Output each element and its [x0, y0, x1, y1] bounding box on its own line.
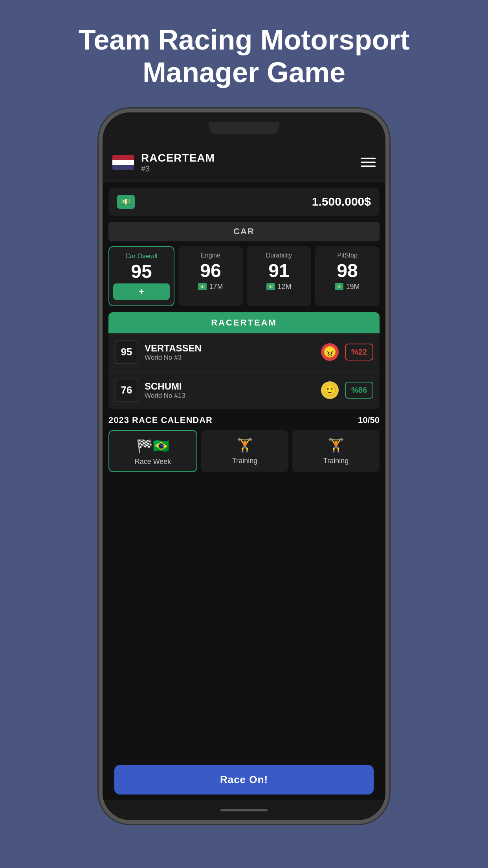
calendar-item-training-2[interactable]: 🏋️ Training	[292, 430, 380, 472]
driver-rank-schumi: World No #13	[145, 392, 315, 400]
car-stats-row: Car Overall 95 + Engine 96 💵17M Durabili…	[108, 246, 380, 306]
training-1-icon: 🏋️	[237, 437, 253, 453]
training-2-label: Training	[323, 457, 349, 465]
stat-card-overall: Car Overall 95 +	[108, 246, 174, 306]
mood-icon-bad: 😠	[321, 343, 339, 361]
upgrade-button[interactable]: +	[113, 283, 170, 300]
team-number: #3	[141, 164, 215, 173]
calendar-item-race-week[interactable]: 🏁🇧🇷 Race Week	[108, 430, 197, 472]
team-info: RACERTEAM #3	[141, 152, 215, 173]
race-week-label: Race Week	[135, 458, 171, 466]
mood-icon-good: 🙂	[321, 381, 339, 399]
driver-row-schumi[interactable]: 76 SCHUMI World No #13 🙂 %86	[108, 371, 380, 409]
flag-usa	[112, 155, 134, 170]
stat-label-engine: Engine	[201, 252, 220, 259]
team-section: RACERTEAM 95 VERTASSEN World No #3 😠 %22…	[108, 312, 380, 409]
race-week-icon: 🏁🇧🇷	[136, 438, 169, 454]
stat-card-durability: Durability 91 💵12M	[247, 246, 311, 306]
driver-name-vertassen: VERTASSEN	[145, 343, 315, 354]
phone-bottom-bar	[103, 800, 385, 820]
engine-cost: 💵17M	[198, 283, 223, 291]
stat-value-durability: 91	[268, 261, 289, 280]
phone-frame: RACERTEAM #3 💵 1.500.000$ CAR Car Overal…	[99, 108, 389, 824]
stat-value-overall: 95	[131, 262, 152, 281]
team-name: RACERTEAM	[141, 152, 215, 164]
title-line1: Team Racing Motorsport	[79, 24, 410, 55]
stat-label-overall: Car Overall	[126, 252, 158, 260]
calendar-items-row: 🏁🇧🇷 Race Week 🏋️ Training 🏋️ Training	[108, 430, 380, 472]
calendar-section: 2023 RACE CALENDAR 10/50 🏁🇧🇷 Race Week 🏋…	[108, 415, 380, 472]
app-header: RACERTEAM #3	[103, 144, 385, 182]
stat-label-pitstop: PitStop	[337, 252, 358, 259]
driver-info-schumi: SCHUMI World No #13	[145, 381, 315, 400]
driver-rating-vertassen: 95	[115, 340, 138, 364]
training-1-label: Training	[232, 457, 257, 465]
calendar-title: 2023 RACE CALENDAR	[108, 415, 213, 425]
stat-card-engine: Engine 96 💵17M	[178, 246, 243, 306]
calendar-header: 2023 RACE CALENDAR 10/50	[108, 415, 380, 425]
calendar-item-training-1[interactable]: 🏋️ Training	[201, 430, 288, 472]
money-icon: 💵	[117, 195, 135, 209]
stat-value-pitstop: 98	[337, 261, 358, 280]
race-on-button[interactable]: Race On!	[114, 765, 374, 794]
driver-row-vertassen[interactable]: 95 VERTASSEN World No #3 😠 %22	[108, 333, 380, 371]
bottom-bar: Race On!	[108, 759, 380, 800]
pitstop-cost: 💵19M	[335, 283, 360, 291]
driver-info-vertassen: VERTASSEN World No #3	[145, 343, 315, 362]
phone-screen: RACERTEAM #3 💵 1.500.000$ CAR Car Overal…	[103, 144, 385, 800]
driver-rating-schumi: 76	[115, 379, 138, 402]
durability-cost: 💵12M	[266, 283, 291, 291]
money-amount: 1.500.000$	[312, 195, 371, 208]
page-title-block: Team Racing Motorsport Manager Game	[39, 0, 449, 108]
calendar-count: 10/50	[358, 415, 380, 425]
car-section-label: CAR	[108, 222, 380, 241]
stat-card-pitstop: PitStop 98 💵19M	[315, 246, 380, 306]
phone-top-bar	[103, 112, 385, 144]
stat-value-engine: 96	[200, 261, 221, 280]
condition-badge-good: %86	[345, 382, 373, 399]
driver-name-schumi: SCHUMI	[145, 381, 315, 392]
stat-label-durability: Durability	[266, 252, 292, 259]
hamburger-menu-button[interactable]	[361, 158, 376, 167]
driver-rank-vertassen: World No #3	[145, 354, 315, 362]
home-indicator	[220, 809, 268, 811]
training-2-icon: 🏋️	[328, 437, 344, 453]
money-bar: 💵 1.500.000$	[108, 188, 380, 216]
condition-badge-bad: %22	[345, 344, 373, 360]
team-section-header: RACERTEAM	[108, 312, 380, 333]
title-line2: Manager Game	[143, 57, 345, 88]
